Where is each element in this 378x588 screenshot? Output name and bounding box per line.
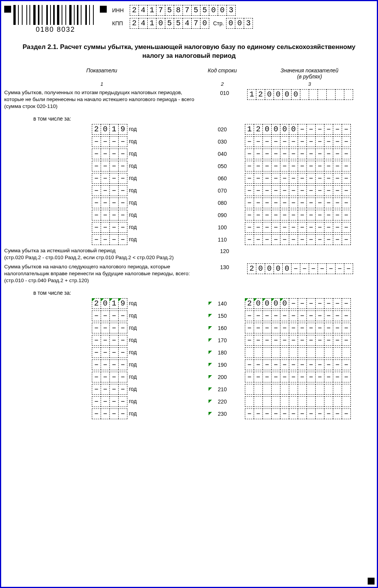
year-row: ––––год090–––––––––––– <box>4 210 374 220</box>
year-row: ––––год030–––––––––––– <box>4 136 374 147</box>
year-row: ––––год080–––––––––––– <box>4 198 374 208</box>
rows-container: Сумма убытков, полученных по итогам пред… <box>4 89 374 419</box>
year-row: ––––год220 <box>4 396 374 407</box>
subheading: в том числе за: <box>33 290 374 296</box>
barcode: 0180 8032 <box>13 5 98 34</box>
year-row: ––––год100–––––––––––– <box>4 222 374 233</box>
year-row: ––––год200–––––––––––– <box>4 372 374 382</box>
subheading: в том числе за: <box>33 116 374 122</box>
table-row: Сумма убытков на начало следующего налог… <box>4 263 374 284</box>
barcode-number: 0180 8032 <box>13 26 98 34</box>
header: 0180 8032 ИНН 241758755003 КПП 241055470… <box>4 5 374 34</box>
table-row: Сумма убытков, полученных по итогам пред… <box>4 89 374 110</box>
col3-header: Значения показателей (в рублях) <box>245 67 374 80</box>
page-number: 003 <box>226 18 253 29</box>
corner-marker-br <box>368 578 375 585</box>
page-label: Стр. <box>213 20 224 26</box>
kpp-value: 241055470 <box>130 18 209 29</box>
year-row: ––––год070–––––––––––– <box>4 185 374 196</box>
year-row: ––––год040–––––––––––– <box>4 149 374 159</box>
col1-header: Показатели <box>4 67 199 74</box>
inn-label: ИНН <box>112 7 130 13</box>
year-row: ––––год170–––––––––––– <box>4 335 374 346</box>
year-row: 2019год14020000––––––– <box>4 298 374 309</box>
year-row: ––––год060–––––––––––– <box>4 173 374 184</box>
year-row: 2019год020120000–––––– <box>4 124 374 135</box>
inn-value: 241758755003 <box>130 5 236 16</box>
corner-marker-tr-inner <box>100 6 107 13</box>
year-row: ––––год110–––––––––––– <box>4 234 374 245</box>
year-row: ––––год180 <box>4 347 374 358</box>
year-row: ––––год230–––––––––––– <box>4 408 374 419</box>
col2-header: Код строки <box>199 67 245 74</box>
year-row: ––––год210 <box>4 384 374 395</box>
page-frame: 0180 8032 ИНН 241758755003 КПП 241055470… <box>0 0 378 588</box>
year-row: ––––год050–––––––––––– <box>4 161 374 172</box>
year-row: ––––год150–––––––––––– <box>4 310 374 321</box>
year-row: ––––год190–––––––––––– <box>4 359 374 370</box>
column-headers: Показатели Код строки Значения показател… <box>4 67 374 80</box>
corner-marker-tl <box>4 6 11 13</box>
section-title: Раздел 2.1. Расчет суммы убытка, уменьша… <box>16 43 362 60</box>
table-row: Сумма убытка за истекший налоговый перио… <box>4 247 374 261</box>
column-numbers: 1 2 3 <box>4 81 374 87</box>
kpp-label: КПП <box>112 20 130 26</box>
year-row: ––––год160–––––––––––– <box>4 323 374 333</box>
